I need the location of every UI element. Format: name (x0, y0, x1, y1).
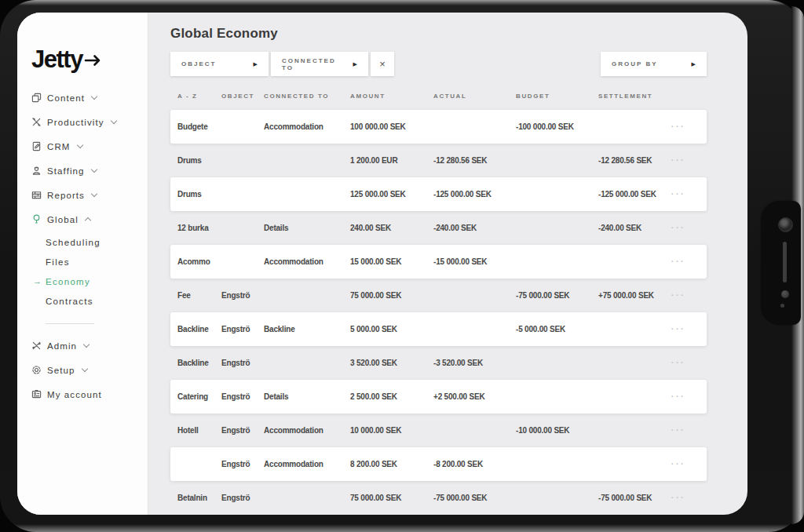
more-options-icon[interactable]: ··· (659, 211, 698, 245)
microphone-icon (780, 304, 784, 308)
chevron-down-icon (91, 191, 97, 197)
app-logo: Jetty (31, 46, 103, 74)
group-by-button[interactable]: GROUP BY ▶ (601, 52, 707, 76)
row-connected-to: Accommodation (264, 447, 345, 481)
sidebar-subitem-files[interactable]: Files (31, 252, 143, 271)
column-header-budget: BUDGET (516, 89, 594, 104)
table-row[interactable]: Drums 125 000.00 SEK -125 000.00 SEK -12… (170, 177, 707, 211)
row-name: Betalnin (177, 481, 217, 515)
row-amount: 5 000.00 SEK (350, 312, 429, 346)
row-connected-to: Accommodation (264, 110, 345, 144)
more-options-icon[interactable]: ··· (659, 481, 698, 515)
more-options-icon[interactable]: ··· (659, 177, 698, 211)
row-budget: -75 000.00 SEK (516, 279, 594, 312)
sidebar-subitem-scheduling[interactable]: Scheduling (31, 232, 143, 252)
column-header-settlement: SETTLEMENT (598, 89, 671, 104)
sensor-icon (781, 290, 789, 298)
table-row[interactable]: Budgete Accommodation 100 000.00 SEK -10… (170, 110, 707, 144)
device-frame: Jetty Content Productivity (0, 0, 804, 532)
row-name: Budgete (177, 110, 217, 144)
row-object: Engströ (221, 414, 258, 447)
staffing-icon (31, 166, 42, 176)
sidebar-item-my-account[interactable]: My account (31, 382, 143, 406)
row-connected-to: Backline (264, 312, 345, 346)
sidebar-subitem-economy[interactable]: → Economy (31, 271, 143, 291)
column-header-connected: CONNECTED TO (264, 89, 345, 104)
table-row[interactable]: 12 burka Details 240.00 SEK -240.00 SEK … (170, 211, 707, 245)
sidebar-item-admin[interactable]: Admin (31, 333, 143, 358)
sidebar-subitem-label: Files (46, 257, 70, 267)
sidebar-item-staffing[interactable]: Staffing (31, 159, 143, 183)
column-header-amount: AMOUNT (350, 89, 429, 104)
camera-module (762, 201, 801, 325)
chevron-up-icon (85, 217, 91, 223)
row-actual: -8 200.00 SEK (433, 447, 511, 481)
row-actual: -3 520.00 SEK (433, 346, 511, 380)
crm-icon (31, 141, 42, 151)
sidebar-item-label: Productivity (47, 118, 104, 127)
setup-icon (31, 365, 42, 375)
row-actual: -240.00 SEK (433, 211, 511, 245)
screen: Jetty Content Productivity (17, 13, 747, 515)
volume-slider[interactable] (783, 242, 787, 282)
clear-filters-button[interactable]: × (371, 52, 394, 76)
sidebar-item-setup[interactable]: Setup (31, 358, 143, 382)
sidebar-item-productivity[interactable]: Productivity (31, 110, 143, 134)
row-object: Engströ (221, 346, 258, 380)
more-options-icon[interactable]: ··· (659, 447, 698, 481)
connected-to-filter-label: CONNECTED TO (282, 57, 342, 71)
row-connected-to: Details (264, 211, 345, 245)
sidebar-item-reports[interactable]: Reports (31, 183, 143, 207)
object-filter-button[interactable]: OBJECT ▶ (170, 52, 269, 76)
table-row[interactable]: Catering Engströ Details 2 500.00 SEK +2… (170, 380, 707, 414)
more-options-icon[interactable]: ··· (659, 144, 698, 177)
chevron-down-icon (83, 341, 90, 348)
main-area: Global Economy OBJECT ▶ CONNECTED TO ▶ × (148, 13, 747, 515)
sidebar-item-crm[interactable]: CRM (31, 134, 143, 159)
row-actual: -12 280.56 SEK (433, 144, 511, 177)
table-row[interactable]: Backline Engströ Backline 5 000.00 SEK -… (170, 312, 707, 346)
row-object: Engströ (221, 312, 258, 346)
sidebar-item-label: Content (47, 93, 85, 103)
group-by-label: GROUP BY (612, 60, 658, 67)
more-options-icon[interactable]: ··· (659, 245, 698, 279)
sidebar-item-label: CRM (47, 142, 71, 151)
row-amount: 1 200.00 EUR (350, 144, 429, 177)
table-row[interactable]: Engströ Accommodation 8 200.00 SEK -8 20… (170, 447, 707, 481)
expand-icon: ▶ (254, 61, 258, 67)
active-arrow-icon: → (33, 276, 42, 286)
table-row[interactable]: Betalnin Engströ 75 000.00 SEK -75 000.0… (170, 481, 707, 515)
more-options-icon[interactable]: ··· (659, 380, 698, 414)
row-budget: -10 000.00 SEK (516, 414, 594, 447)
table-row[interactable]: Backline Engströ 3 520.00 SEK -3 520.00 … (170, 346, 707, 380)
sidebar-item-label: Setup (47, 366, 75, 375)
sidebar-item-label: Global (47, 215, 79, 224)
sidebar-subitem-label: Scheduling (46, 238, 100, 247)
more-options-icon[interactable]: ··· (659, 279, 698, 312)
table-body: Budgete Accommodation 100 000.00 SEK -10… (170, 110, 707, 515)
row-name: Drums (177, 177, 217, 211)
table-row[interactable]: Fee Engströ 75 000.00 SEK -75 000.00 SEK… (170, 279, 707, 312)
more-options-icon[interactable]: ··· (659, 414, 698, 447)
table-row[interactable]: Drums 1 200.00 EUR -12 280.56 SEK -12 28… (170, 144, 707, 177)
logo-arrow-icon (82, 46, 103, 74)
row-object: Engströ (221, 481, 258, 515)
sidebar-item-global[interactable]: Global (31, 207, 143, 231)
more-options-icon[interactable]: ··· (659, 110, 698, 144)
chevron-down-icon (90, 166, 97, 173)
row-object: Engströ (221, 380, 258, 414)
global-submenu: Scheduling Files → Economy Contracts (31, 232, 143, 311)
table-row[interactable]: Hotell Engströ Accommodation 10 000.00 S… (170, 414, 707, 447)
sidebar-subitem-contracts[interactable]: Contracts (31, 291, 143, 311)
more-options-icon[interactable]: ··· (659, 312, 698, 346)
sidebar-item-content[interactable]: Content (31, 86, 143, 110)
more-options-icon[interactable]: ··· (659, 346, 698, 380)
sidebar-item-label: My account (47, 390, 102, 399)
row-amount: 8 200.00 SEK (350, 447, 429, 481)
table-row[interactable]: Acommo Accommodation 15 000.00 SEK -15 0… (170, 245, 707, 279)
admin-icon (31, 341, 42, 351)
connected-to-filter-button[interactable]: CONNECTED TO ▶ (271, 52, 368, 76)
page-title: Global Economy (170, 26, 278, 42)
row-object: Engströ (221, 279, 258, 312)
sidebar-nav: Content Productivity CRM (31, 86, 143, 406)
